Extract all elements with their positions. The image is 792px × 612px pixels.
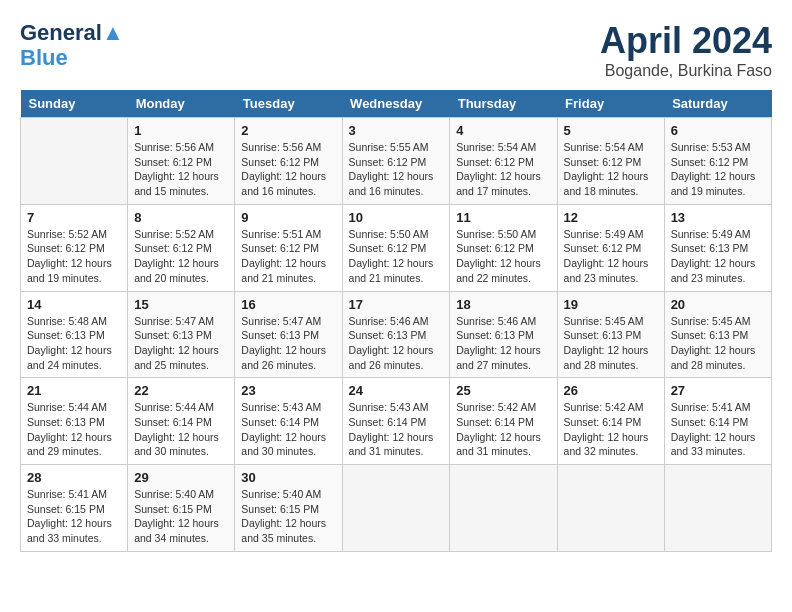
day-info: Sunrise: 5:49 AM Sunset: 6:12 PM Dayligh… — [564, 227, 658, 286]
day-number: 27 — [671, 383, 765, 398]
day-info: Sunrise: 5:47 AM Sunset: 6:13 PM Dayligh… — [134, 314, 228, 373]
weekday-header-sunday: Sunday — [21, 90, 128, 118]
day-number: 11 — [456, 210, 550, 225]
day-number: 1 — [134, 123, 228, 138]
weekday-header-thursday: Thursday — [450, 90, 557, 118]
day-number: 3 — [349, 123, 444, 138]
calendar-cell: 26Sunrise: 5:42 AM Sunset: 6:14 PM Dayli… — [557, 378, 664, 465]
day-info: Sunrise: 5:46 AM Sunset: 6:13 PM Dayligh… — [456, 314, 550, 373]
day-info: Sunrise: 5:50 AM Sunset: 6:12 PM Dayligh… — [456, 227, 550, 286]
day-number: 15 — [134, 297, 228, 312]
calendar-cell: 11Sunrise: 5:50 AM Sunset: 6:12 PM Dayli… — [450, 204, 557, 291]
calendar-cell: 8Sunrise: 5:52 AM Sunset: 6:12 PM Daylig… — [128, 204, 235, 291]
month-title: April 2024 — [600, 20, 772, 62]
calendar-table: SundayMondayTuesdayWednesdayThursdayFrid… — [20, 90, 772, 552]
day-number: 6 — [671, 123, 765, 138]
day-number: 17 — [349, 297, 444, 312]
calendar-cell: 21Sunrise: 5:44 AM Sunset: 6:13 PM Dayli… — [21, 378, 128, 465]
day-number: 24 — [349, 383, 444, 398]
calendar-cell: 15Sunrise: 5:47 AM Sunset: 6:13 PM Dayli… — [128, 291, 235, 378]
calendar-cell: 24Sunrise: 5:43 AM Sunset: 6:14 PM Dayli… — [342, 378, 450, 465]
calendar-cell: 23Sunrise: 5:43 AM Sunset: 6:14 PM Dayli… — [235, 378, 342, 465]
weekday-header-tuesday: Tuesday — [235, 90, 342, 118]
day-number: 16 — [241, 297, 335, 312]
day-number: 13 — [671, 210, 765, 225]
day-number: 2 — [241, 123, 335, 138]
calendar-cell: 6Sunrise: 5:53 AM Sunset: 6:12 PM Daylig… — [664, 118, 771, 205]
weekday-header-wednesday: Wednesday — [342, 90, 450, 118]
day-info: Sunrise: 5:44 AM Sunset: 6:13 PM Dayligh… — [27, 400, 121, 459]
day-info: Sunrise: 5:56 AM Sunset: 6:12 PM Dayligh… — [134, 140, 228, 199]
calendar-cell: 5Sunrise: 5:54 AM Sunset: 6:12 PM Daylig… — [557, 118, 664, 205]
weekday-header-friday: Friday — [557, 90, 664, 118]
day-info: Sunrise: 5:49 AM Sunset: 6:13 PM Dayligh… — [671, 227, 765, 286]
calendar-cell: 7Sunrise: 5:52 AM Sunset: 6:12 PM Daylig… — [21, 204, 128, 291]
calendar-cell: 9Sunrise: 5:51 AM Sunset: 6:12 PM Daylig… — [235, 204, 342, 291]
day-number: 8 — [134, 210, 228, 225]
day-info: Sunrise: 5:44 AM Sunset: 6:14 PM Dayligh… — [134, 400, 228, 459]
calendar-cell: 22Sunrise: 5:44 AM Sunset: 6:14 PM Dayli… — [128, 378, 235, 465]
weekday-header-saturday: Saturday — [664, 90, 771, 118]
calendar-cell: 17Sunrise: 5:46 AM Sunset: 6:13 PM Dayli… — [342, 291, 450, 378]
day-info: Sunrise: 5:50 AM Sunset: 6:12 PM Dayligh… — [349, 227, 444, 286]
day-info: Sunrise: 5:43 AM Sunset: 6:14 PM Dayligh… — [349, 400, 444, 459]
day-info: Sunrise: 5:45 AM Sunset: 6:13 PM Dayligh… — [671, 314, 765, 373]
day-number: 12 — [564, 210, 658, 225]
day-info: Sunrise: 5:54 AM Sunset: 6:12 PM Dayligh… — [564, 140, 658, 199]
location: Bogande, Burkina Faso — [600, 62, 772, 80]
day-number: 21 — [27, 383, 121, 398]
day-info: Sunrise: 5:47 AM Sunset: 6:13 PM Dayligh… — [241, 314, 335, 373]
day-number: 20 — [671, 297, 765, 312]
calendar-cell — [450, 465, 557, 552]
calendar-cell: 16Sunrise: 5:47 AM Sunset: 6:13 PM Dayli… — [235, 291, 342, 378]
weekday-header-monday: Monday — [128, 90, 235, 118]
calendar-cell: 28Sunrise: 5:41 AM Sunset: 6:15 PM Dayli… — [21, 465, 128, 552]
day-info: Sunrise: 5:53 AM Sunset: 6:12 PM Dayligh… — [671, 140, 765, 199]
day-number: 4 — [456, 123, 550, 138]
day-number: 26 — [564, 383, 658, 398]
day-number: 23 — [241, 383, 335, 398]
calendar-cell: 30Sunrise: 5:40 AM Sunset: 6:15 PM Dayli… — [235, 465, 342, 552]
day-info: Sunrise: 5:40 AM Sunset: 6:15 PM Dayligh… — [134, 487, 228, 546]
calendar-cell: 25Sunrise: 5:42 AM Sunset: 6:14 PM Dayli… — [450, 378, 557, 465]
calendar-cell: 27Sunrise: 5:41 AM Sunset: 6:14 PM Dayli… — [664, 378, 771, 465]
calendar-cell: 19Sunrise: 5:45 AM Sunset: 6:13 PM Dayli… — [557, 291, 664, 378]
day-info: Sunrise: 5:54 AM Sunset: 6:12 PM Dayligh… — [456, 140, 550, 199]
day-number: 9 — [241, 210, 335, 225]
day-info: Sunrise: 5:42 AM Sunset: 6:14 PM Dayligh… — [564, 400, 658, 459]
calendar-cell: 2Sunrise: 5:56 AM Sunset: 6:12 PM Daylig… — [235, 118, 342, 205]
day-number: 14 — [27, 297, 121, 312]
calendar-cell — [21, 118, 128, 205]
day-info: Sunrise: 5:48 AM Sunset: 6:13 PM Dayligh… — [27, 314, 121, 373]
day-info: Sunrise: 5:45 AM Sunset: 6:13 PM Dayligh… — [564, 314, 658, 373]
calendar-cell: 4Sunrise: 5:54 AM Sunset: 6:12 PM Daylig… — [450, 118, 557, 205]
calendar-cell: 10Sunrise: 5:50 AM Sunset: 6:12 PM Dayli… — [342, 204, 450, 291]
day-number: 28 — [27, 470, 121, 485]
day-info: Sunrise: 5:42 AM Sunset: 6:14 PM Dayligh… — [456, 400, 550, 459]
day-info: Sunrise: 5:56 AM Sunset: 6:12 PM Dayligh… — [241, 140, 335, 199]
calendar-cell: 1Sunrise: 5:56 AM Sunset: 6:12 PM Daylig… — [128, 118, 235, 205]
day-number: 18 — [456, 297, 550, 312]
day-number: 22 — [134, 383, 228, 398]
day-number: 30 — [241, 470, 335, 485]
day-info: Sunrise: 5:46 AM Sunset: 6:13 PM Dayligh… — [349, 314, 444, 373]
page-header: General▲ Blue April 2024 Bogande, Burkin… — [20, 20, 772, 80]
calendar-cell: 3Sunrise: 5:55 AM Sunset: 6:12 PM Daylig… — [342, 118, 450, 205]
calendar-cell — [664, 465, 771, 552]
day-info: Sunrise: 5:55 AM Sunset: 6:12 PM Dayligh… — [349, 140, 444, 199]
calendar-cell: 12Sunrise: 5:49 AM Sunset: 6:12 PM Dayli… — [557, 204, 664, 291]
calendar-cell — [342, 465, 450, 552]
calendar-cell: 18Sunrise: 5:46 AM Sunset: 6:13 PM Dayli… — [450, 291, 557, 378]
day-info: Sunrise: 5:41 AM Sunset: 6:15 PM Dayligh… — [27, 487, 121, 546]
logo: General▲ Blue — [20, 20, 124, 71]
day-number: 5 — [564, 123, 658, 138]
day-info: Sunrise: 5:52 AM Sunset: 6:12 PM Dayligh… — [134, 227, 228, 286]
day-number: 7 — [27, 210, 121, 225]
day-info: Sunrise: 5:41 AM Sunset: 6:14 PM Dayligh… — [671, 400, 765, 459]
day-number: 19 — [564, 297, 658, 312]
day-info: Sunrise: 5:43 AM Sunset: 6:14 PM Dayligh… — [241, 400, 335, 459]
logo-text: General▲ Blue — [20, 20, 124, 71]
calendar-cell — [557, 465, 664, 552]
title-section: April 2024 Bogande, Burkina Faso — [600, 20, 772, 80]
day-info: Sunrise: 5:52 AM Sunset: 6:12 PM Dayligh… — [27, 227, 121, 286]
